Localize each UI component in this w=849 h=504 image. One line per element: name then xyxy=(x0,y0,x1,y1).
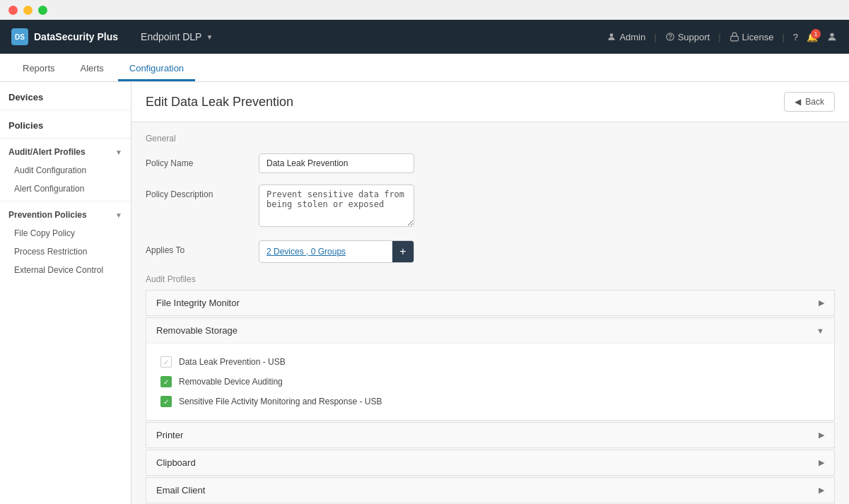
notification-badge: 1 xyxy=(811,29,821,39)
sidebar: Devices Policies Audit/Alert Profiles ▼ … xyxy=(0,82,131,504)
checkbox-sensitive-file[interactable]: ✓ xyxy=(160,396,172,407)
tab-configuration[interactable]: Configuration xyxy=(118,57,195,81)
admin-link[interactable]: Admin xyxy=(607,32,645,42)
policy-description-row: Policy Description Prevent sensitive dat… xyxy=(146,184,835,229)
checkbox-removable-auditing-row: ✓ Removable Device Auditing xyxy=(160,372,820,392)
sidebar-item-alert-configuration[interactable]: Alert Configuration xyxy=(0,180,131,198)
page-header: Edit Data Leak Prevention ◀ Back xyxy=(131,82,849,122)
help-icon[interactable]: ? xyxy=(793,32,798,42)
accordion-file-integrity: File Integrity Monitor ▶ xyxy=(146,290,835,316)
app-bar: DS DataSecurity Plus Endpoint DLP ▼ Admi… xyxy=(0,20,849,54)
general-section-label: General xyxy=(146,134,835,143)
tab-reports[interactable]: Reports xyxy=(11,57,66,81)
policy-description-label: Policy Description xyxy=(146,184,259,199)
maximize-button[interactable] xyxy=(38,6,47,15)
app-bar-actions: Admin | Support | License | ? 🔔 1 xyxy=(607,31,838,42)
accordion-body-removable-storage: ✓ Data Leak Prevention - USB ✓ Removable… xyxy=(146,343,834,420)
minimize-button[interactable] xyxy=(23,6,33,15)
sidebar-item-policies[interactable]: Policies xyxy=(0,113,131,135)
check-mark-green-1: ✓ xyxy=(163,378,169,386)
sidebar-group-audit-alert[interactable]: Audit/Alert Profiles ▼ xyxy=(0,141,131,161)
main-layout: Devices Policies Audit/Alert Profiles ▼ … xyxy=(0,82,849,504)
sidebar-item-devices[interactable]: Devices xyxy=(0,82,131,107)
nav-tabs: Reports Alerts Configuration xyxy=(0,54,849,82)
app-name: DataSecurity Plus xyxy=(34,31,118,42)
file-integrity-arrow: ▶ xyxy=(819,298,824,307)
prevention-group-arrow: ▼ xyxy=(115,211,122,219)
notification-bell[interactable]: 🔔 1 xyxy=(807,32,818,42)
support-link[interactable]: Support xyxy=(665,32,710,42)
accordion-header-clipboard[interactable]: Clipboard ▶ xyxy=(146,450,834,475)
check-mark-green-2: ✓ xyxy=(163,398,169,406)
applies-to-value[interactable]: 2 Devices , 0 Groups xyxy=(259,242,392,261)
logo-icon: DS xyxy=(11,28,28,45)
policy-name-row: Policy Name xyxy=(146,153,835,173)
tab-alerts[interactable]: Alerts xyxy=(69,57,115,81)
svg-point-2 xyxy=(669,39,670,40)
sidebar-group-prevention[interactable]: Prevention Policies ▼ xyxy=(0,204,131,224)
removable-storage-arrow: ▼ xyxy=(816,327,824,335)
policy-name-label: Policy Name xyxy=(146,153,259,168)
checkbox-dlp-usb[interactable]: ✓ xyxy=(160,356,172,368)
audit-profiles-section: Audit Profiles File Integrity Monitor ▶ … xyxy=(146,274,835,504)
policy-name-field xyxy=(259,153,414,173)
accordion-removable-storage: Removable Storage ▼ ✓ Data Leak Preventi… xyxy=(146,317,835,421)
sidebar-item-external-device-control[interactable]: External Device Control xyxy=(0,261,131,279)
user-avatar-icon[interactable] xyxy=(826,31,838,42)
sidebar-item-file-copy-policy[interactable]: File Copy Policy xyxy=(0,224,131,242)
audit-profiles-label: Audit Profiles xyxy=(146,274,835,284)
accordion-header-file-integrity[interactable]: File Integrity Monitor ▶ xyxy=(146,291,834,315)
audit-group-arrow: ▼ xyxy=(115,148,122,156)
svg-point-4 xyxy=(830,33,833,37)
printer-arrow: ▶ xyxy=(819,430,824,440)
accordion-header-email-client[interactable]: Email Client ▶ xyxy=(146,478,834,503)
check-mark-gray: ✓ xyxy=(163,358,169,366)
sidebar-divider-3 xyxy=(0,201,131,201)
svg-rect-3 xyxy=(730,36,738,40)
form-content: General Policy Name Policy Description P… xyxy=(131,122,849,504)
close-button[interactable] xyxy=(8,6,18,15)
policy-description-field: Prevent sensitive data from being stolen… xyxy=(259,184,414,229)
app-logo: DS DataSecurity Plus xyxy=(11,28,118,45)
license-link[interactable]: License xyxy=(730,32,774,42)
checkbox-sensitive-file-row: ✓ Sensitive File Activity Monitoring and… xyxy=(160,392,820,411)
checkbox-dlp-usb-row: ✓ Data Leak Prevention - USB xyxy=(160,352,820,372)
applies-to-add-button[interactable]: + xyxy=(392,241,414,262)
sidebar-item-audit-configuration[interactable]: Audit Configuration xyxy=(0,161,131,180)
accordion-header-removable-storage[interactable]: Removable Storage ▼ xyxy=(146,318,834,343)
module-dropdown-arrow: ▼ xyxy=(206,33,213,41)
sidebar-item-process-restriction[interactable]: Process Restriction xyxy=(0,242,131,261)
applies-to-row: Applies To 2 Devices , 0 Groups + xyxy=(146,240,835,263)
page-title: Edit Data Leak Prevention xyxy=(146,95,293,110)
accordion-email-client: Email Client ▶ xyxy=(146,477,835,503)
module-name: Endpoint DLP xyxy=(141,31,201,42)
accordion-clipboard: Clipboard ▶ xyxy=(146,450,835,476)
applies-to-label: Applies To xyxy=(146,240,259,255)
applies-to-field: 2 Devices , 0 Groups + xyxy=(259,240,414,263)
policy-name-input[interactable] xyxy=(259,153,414,173)
main-content: Edit Data Leak Prevention ◀ Back General… xyxy=(131,82,849,504)
accordion-printer: Printer ▶ xyxy=(146,422,835,448)
back-button[interactable]: ◀ Back xyxy=(784,92,835,112)
svg-point-0 xyxy=(610,33,614,37)
checkbox-removable-auditing[interactable]: ✓ xyxy=(160,376,172,387)
email-client-arrow: ▶ xyxy=(819,486,824,495)
accordion-header-printer[interactable]: Printer ▶ xyxy=(146,423,834,447)
module-selector[interactable]: Endpoint DLP ▼ xyxy=(141,31,213,42)
clipboard-arrow: ▶ xyxy=(819,458,824,467)
sidebar-divider-2 xyxy=(0,138,131,139)
title-bar xyxy=(0,0,849,20)
policy-description-input[interactable]: Prevent sensitive data from being stolen… xyxy=(259,184,414,227)
sidebar-divider-1 xyxy=(0,110,131,110)
